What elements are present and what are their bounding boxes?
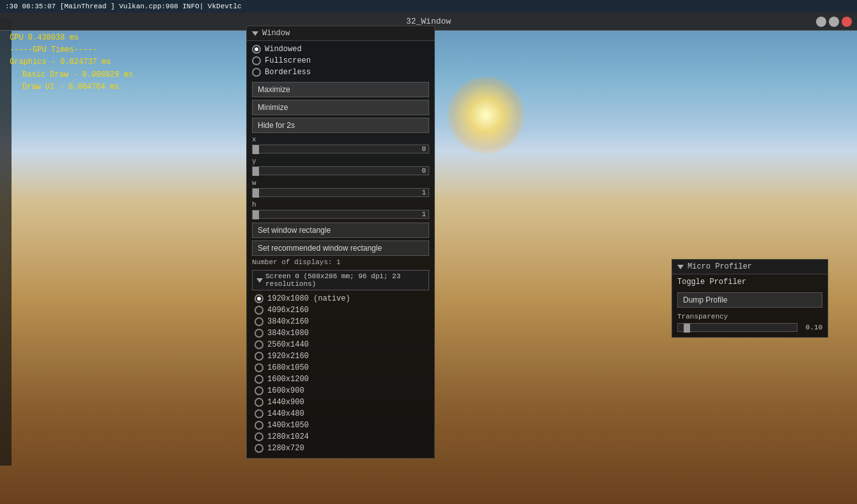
minimize-button[interactable]	[816, 17, 826, 27]
borderless-radio[interactable]	[252, 68, 261, 77]
draw-ui-stat: Draw UI - 0.004764 ms	[10, 81, 133, 93]
num-displays: Number of displays: 1	[252, 258, 429, 266]
hide-button[interactable]: Hide for 2s	[252, 118, 429, 133]
resolution-label: 1440x900	[267, 398, 304, 407]
micro-panel-title: Micro Profiler	[688, 262, 752, 271]
basic-draw-stat: Basic Draw - 0.008829 ms	[10, 69, 133, 81]
screen-dropdown-icon	[256, 278, 263, 283]
w-slider-track[interactable]: 1	[252, 188, 429, 197]
x-slider-track[interactable]: 0	[252, 145, 429, 154]
resolution-label: 1920x2160	[267, 352, 309, 361]
list-item[interactable]: 1920x2160	[252, 350, 429, 362]
list-item[interactable]: 1680x1050	[252, 362, 429, 374]
set-recommended-rect-button[interactable]: Set recommended window rectangle	[252, 240, 429, 256]
y-slider-group: y 0	[252, 157, 429, 175]
list-item[interactable]: 1400x1050	[252, 420, 429, 431]
fullscreen-option[interactable]: Fullscreen	[252, 56, 429, 65]
resolution-label: 3840x2160	[267, 317, 309, 326]
x-slider-value: 0	[421, 145, 426, 153]
fullscreen-radio[interactable]	[252, 56, 261, 65]
w-slider-value: 1	[421, 189, 426, 196]
resolution-radio[interactable]	[255, 398, 263, 407]
resolution-label: 2560x1440	[267, 340, 309, 349]
toggle-profiler-label: Toggle Profiler	[677, 278, 746, 287]
native-res-label: 1920x1080 (native)	[267, 294, 350, 303]
micro-panel: Micro Profiler Toggle Profiler Dump Prof…	[672, 259, 828, 338]
windowed-label: Windowed	[265, 45, 302, 54]
resolution-radio[interactable]	[255, 432, 263, 441]
maximize-button[interactable]: Maximize	[252, 82, 429, 97]
y-slider-value: 0	[421, 167, 426, 175]
windowed-radio[interactable]	[252, 45, 261, 54]
list-item[interactable]: 1600x900	[252, 385, 429, 397]
transparency-thumb[interactable]	[684, 324, 690, 333]
window-panel-title: Window	[262, 29, 290, 38]
h-label: h	[252, 201, 429, 209]
sun	[448, 77, 524, 154]
toggle-profiler-item[interactable]: Toggle Profiler	[672, 274, 828, 290]
resolution-radio[interactable]	[255, 340, 263, 349]
list-item[interactable]: 1440x900	[252, 397, 429, 408]
titlebar-title: 32_Window	[406, 17, 451, 26]
screen-dropdown-label: Screen 0 (508x286 mm; 96 dpi; 23 resolut…	[265, 272, 425, 288]
resolution-label: 1600x900	[267, 386, 304, 395]
w-slider-thumb[interactable]	[253, 189, 259, 198]
transparency-section: Transparency 0.10	[672, 310, 828, 337]
resolution-label: 4096x2160	[267, 306, 309, 315]
y-label: y	[252, 157, 429, 165]
resolution-radio[interactable]	[255, 363, 263, 372]
list-item[interactable]: 1280x720	[252, 443, 429, 454]
maximize-button[interactable]	[829, 17, 839, 27]
y-slider-track[interactable]: 0	[252, 166, 429, 175]
statusbar: :30 08:35:07 [MainThread ] Vulkan.cpp:90…	[0, 0, 857, 13]
resolution-radio[interactable]	[255, 329, 263, 338]
resolution-radio[interactable]	[255, 409, 263, 418]
dump-profile-button[interactable]: Dump Profile	[677, 292, 822, 308]
list-item[interactable]: 4096x2160	[252, 304, 429, 316]
w-label: w	[252, 179, 429, 187]
set-window-rect-button[interactable]: Set window rectangle	[252, 223, 429, 238]
x-slider-thumb[interactable]	[253, 145, 259, 154]
native-res-radio[interactable]	[255, 294, 263, 303]
list-item[interactable]: 1600x1200	[252, 374, 429, 385]
list-item[interactable]: 3840x1080	[252, 327, 429, 339]
window-panel-content: Windowed Fullscreen Borderless Maximize …	[247, 41, 434, 458]
y-slider-thumb[interactable]	[253, 167, 259, 176]
resolution-list[interactable]: 4096x21603840x21603840x10802560x14401920…	[252, 304, 429, 454]
cpu-stat: CPU 0.438038 ms	[10, 32, 133, 44]
resolution-radio[interactable]	[255, 421, 263, 430]
expand-icon	[252, 31, 258, 36]
window-panel: Window Windowed Fullscreen Borderless Ma…	[246, 26, 435, 459]
minimize-button-panel[interactable]: Minimize	[252, 100, 429, 115]
transparency-track[interactable]	[677, 323, 798, 332]
resolution-label: 1440x480	[267, 409, 304, 418]
list-item[interactable]: 1280x1024	[252, 431, 429, 443]
list-item[interactable]: 1440x480	[252, 408, 429, 420]
list-item[interactable]: 3840x2160	[252, 316, 429, 327]
list-item[interactable]: 2560x1440	[252, 339, 429, 350]
resolution-radio[interactable]	[255, 317, 263, 326]
resolution-label: 1680x1050	[267, 363, 309, 372]
y-slider-container: 0	[252, 166, 429, 175]
gpu-header: -----GPU Times-----	[10, 44, 133, 56]
resolution-radio[interactable]	[255, 386, 263, 395]
close-button[interactable]	[842, 17, 852, 27]
h-slider-group: h 1	[252, 201, 429, 219]
resolution-label: 1280x1024	[267, 432, 309, 441]
screen-dropdown[interactable]: Screen 0 (508x286 mm; 96 dpi; 23 resolut…	[252, 270, 429, 290]
resolution-radio[interactable]	[255, 306, 263, 315]
borderless-option[interactable]: Borderless	[252, 68, 429, 77]
resolution-label: 1400x1050	[267, 421, 309, 430]
stats-panel: CPU 0.438038 ms -----GPU Times----- Grap…	[10, 32, 133, 93]
resolution-radio[interactable]	[255, 375, 263, 384]
transparency-label: Transparency	[677, 313, 822, 320]
window-panel-header: Window	[247, 26, 434, 41]
windowed-option[interactable]: Windowed	[252, 45, 429, 54]
h-slider-thumb[interactable]	[253, 210, 259, 219]
native-resolution-item[interactable]: 1920x1080 (native)	[252, 293, 429, 304]
resolution-radio[interactable]	[255, 352, 263, 361]
graphics-stat: Graphics - 0.024737 ms	[10, 56, 133, 68]
h-slider-track[interactable]: 1	[252, 210, 429, 219]
micro-panel-header: Micro Profiler	[672, 260, 828, 274]
resolution-radio[interactable]	[255, 444, 263, 453]
